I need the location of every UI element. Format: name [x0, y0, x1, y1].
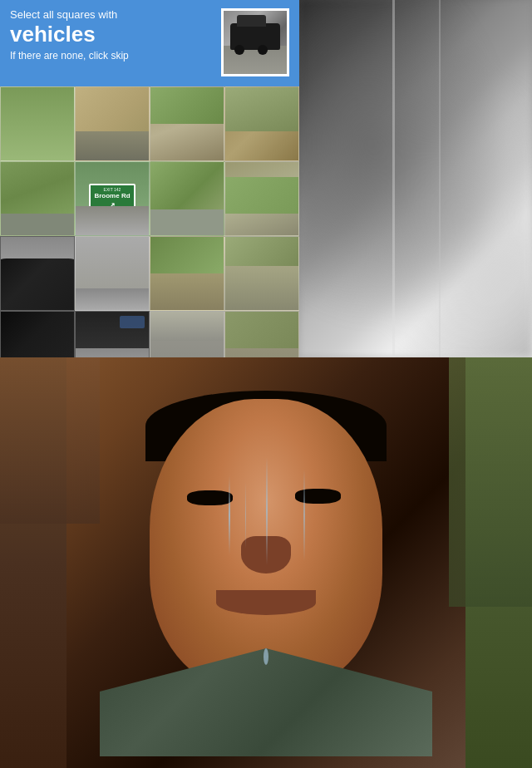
tear-1 [229, 474, 230, 557]
grid-cell-0-2[interactable] [150, 86, 224, 161]
grid-cell-0-3[interactable] [224, 86, 299, 161]
grid-cell-2-2[interactable] [150, 236, 224, 311]
chin-drip [264, 648, 268, 665]
skip-instruction: If there are none, click skip [10, 50, 221, 62]
grid-cell-1-0[interactable] [0, 161, 75, 236]
left-eye [187, 490, 233, 505]
person-background [0, 357, 532, 768]
right-image-blurry [299, 0, 532, 357]
grid-cell-2-0[interactable] [0, 236, 75, 311]
tear-2 [266, 457, 268, 565]
captcha-header-text: Select all squares with vehicles If ther… [10, 8, 221, 62]
car-shape [230, 23, 280, 50]
background-detail-left [0, 357, 100, 524]
top-section: Select all squares with vehicles If ther… [0, 0, 532, 357]
background-detail-right [449, 357, 532, 607]
right-eye [295, 489, 341, 504]
grid-cell-1-2[interactable] [150, 161, 224, 236]
grid-cell-1-3[interactable] [224, 161, 299, 236]
grid-cell-2-3[interactable] [224, 236, 299, 311]
grid-cell-0-0[interactable] [0, 86, 75, 161]
captcha-keyword: vehicles [10, 22, 221, 47]
grid-cell-2-1[interactable] [75, 236, 150, 311]
chin-area [216, 590, 316, 615]
captcha-header: Select all squares with vehicles If ther… [0, 0, 299, 86]
road-name: Broome Rd [94, 192, 130, 200]
tear-4 [245, 482, 246, 549]
blurry-overlay [299, 0, 532, 357]
captcha-panel[interactable]: Select all squares with vehicles If ther… [0, 0, 299, 357]
captcha-grid[interactable]: EXIT 142 Broome Rd ↗ [0, 86, 299, 386]
select-instruction: Select all squares with [10, 8, 221, 21]
thumbnail-car-image [224, 11, 287, 74]
captcha-thumbnail [221, 8, 289, 76]
bottom-image-section [0, 357, 532, 768]
grid-cell-1-1[interactable]: EXIT 142 Broome Rd ↗ [75, 161, 150, 236]
face-area [100, 374, 432, 756]
grid-cell-0-1[interactable] [75, 86, 150, 161]
tear-3 [303, 470, 305, 561]
